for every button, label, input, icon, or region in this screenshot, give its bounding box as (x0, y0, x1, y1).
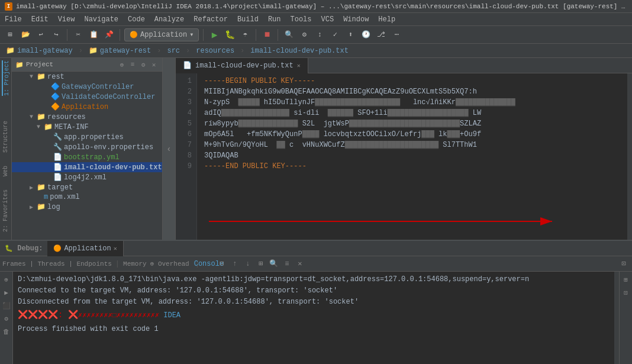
debug-right-icon-2[interactable]: ⊡ (621, 287, 631, 298)
code-line-6: mOp6A5l +fm5NKfWyQunP████ locvbqtxztOOCi… (204, 129, 620, 140)
debug-tool-1[interactable]: ⊡ (216, 258, 228, 270)
tree-icon-resources: 📁 (37, 112, 46, 121)
tree-label-target: target (47, 183, 73, 192)
debug-tool-4[interactable]: ⊞ (255, 258, 267, 270)
menu-refactor[interactable]: Refactor (189, 14, 233, 25)
code-line-2: MIIBIjANBgkqhkiG9w0BAQEFAAOCAQ8AMIIBCgKC… (204, 86, 620, 97)
breadcrumb-label-3: src (167, 47, 180, 55)
toolbar-btn-5[interactable]: ✂ (72, 28, 85, 41)
toolbar-btn-1[interactable]: ⊞ (4, 28, 17, 41)
debug-tab-application[interactable]: 🟠 Application ✕ (47, 241, 123, 256)
toolbar-btn-3[interactable]: ↩ (34, 28, 47, 41)
toolbar-btn-2[interactable]: 📂 (19, 28, 32, 41)
debug-console-tab[interactable]: Console (203, 258, 215, 270)
toolbar-btn-4[interactable]: ↪ (50, 28, 63, 41)
tree-item-gateway-ctrl[interactable]: 🔷 GatewayController (12, 82, 162, 92)
debug-side-icon-1[interactable]: ⊕ (1, 274, 12, 285)
tree-item-target[interactable]: ▶ 📁 target (12, 182, 162, 192)
breadcrumb-gateway-rest[interactable]: 📁 gateway-rest (83, 45, 157, 56)
debug-toolbar-label: Frames | Threads | Endpoints (2, 260, 112, 268)
editor-tab-active[interactable]: 📄 imall-cloud-dev-pub.txt ✕ (176, 58, 308, 73)
toolbar-more[interactable]: ⋯ (390, 28, 403, 41)
left-vertical-strip: 1: Project Structure Web 2: Favorites (0, 58, 12, 240)
tree-item-apollo-props[interactable]: 🔧 apollo-env.properties (12, 142, 162, 152)
toolbar: ⊞ 📂 ↩ ↪ ✂ 📋 📌 🟠 Application ▾ ▶ 🐛 ☂ ■ 🔍 … (0, 26, 632, 44)
tree-item-log4j2[interactable]: 📄 log4j2.xml (12, 172, 162, 182)
collapse-panel-button[interactable]: ‹ (163, 58, 176, 240)
menu-view[interactable]: View (53, 14, 80, 25)
toolbar-btn-6[interactable]: 📋 (87, 28, 100, 41)
content-area: 1: Project Structure Web 2: Favorites 📁 … (0, 58, 632, 240)
left-tab-favorites[interactable]: 2: Favorites (2, 189, 9, 232)
menu-file[interactable]: File (0, 14, 27, 25)
menu-vcs[interactable]: VCS (317, 14, 339, 25)
debug-tab-close[interactable]: ✕ (114, 245, 117, 252)
menu-tools[interactable]: Tools (286, 14, 317, 25)
debug-tab-app-label: Application (64, 244, 111, 253)
toolbar-push[interactable]: ⬆ (344, 28, 357, 41)
tree-item-validate-ctrl[interactable]: 🔷 ValidateCodeController (12, 92, 162, 102)
panel-tool-close[interactable]: ✕ (149, 60, 159, 69)
debug-tool-collapse[interactable]: ⊡ (618, 258, 630, 270)
menu-analyze[interactable]: Analyze (150, 14, 189, 25)
debug-button[interactable]: 🐛 (223, 28, 236, 41)
stop-button[interactable]: ■ (260, 28, 273, 41)
tab-close-button[interactable]: ✕ (297, 62, 301, 69)
menu-navigate[interactable]: Navigate (79, 14, 123, 25)
panel-tool-settings[interactable]: ⚙ (138, 60, 148, 69)
debug-scrollbar[interactable] (614, 272, 619, 364)
run-config-selector[interactable]: 🟠 Application ▾ (124, 28, 199, 41)
red-arrow-annotation: 需要读取的文件 (209, 204, 564, 240)
tree-item-app-props[interactable]: 🔧 app.properties (12, 132, 162, 142)
tree-arrow-target: ▶ (28, 184, 35, 191)
editor-scrollbar[interactable] (627, 73, 632, 240)
tree-item-meta-inf[interactable]: ▼ 📁 META-INF (12, 122, 162, 132)
debug-side-icon-2[interactable]: ▶ (1, 287, 12, 298)
run-config-dropdown-icon[interactable]: ▾ (189, 30, 194, 39)
toolbar-search[interactable]: 🔍 (282, 28, 295, 41)
toolbar-btn-7[interactable]: 📌 (102, 28, 115, 41)
tree-item-dev-pub[interactable]: 📄 imall-cloud-dev-pub.txt (12, 162, 162, 172)
debug-side-icon-3[interactable]: ⬛ (1, 300, 12, 311)
debug-tool-2[interactable]: ↑ (229, 258, 241, 270)
debug-side-icon-5[interactable]: 🗑 (1, 326, 12, 337)
tree-item-application[interactable]: 🔶 Application (12, 102, 162, 112)
left-tab-web[interactable]: Web (2, 166, 9, 176)
debug-tool-7[interactable]: ✕ (294, 258, 306, 270)
tree-item-log[interactable]: ▶ 📁 log (12, 202, 162, 212)
tree-arrow-resources: ▼ (28, 114, 35, 120)
breadcrumb-resources[interactable]: resources (190, 46, 240, 56)
panel-tool-sync[interactable]: ⊕ (117, 60, 127, 69)
run-button[interactable]: ▶ (208, 28, 221, 41)
debug-tool-5[interactable]: 🔍 (268, 258, 280, 270)
debug-right-icons: ⊞ ⊡ (619, 272, 632, 364)
menu-code[interactable]: Code (123, 14, 150, 25)
coverage-button[interactable]: ☂ (238, 28, 251, 41)
menu-run[interactable]: Run (263, 14, 286, 25)
tree-item-bootstrap[interactable]: 📄 bootstrap.yml (12, 152, 162, 162)
left-tab-project[interactable]: 1: Project (2, 60, 10, 96)
left-tab-structure[interactable]: Structure (2, 121, 9, 153)
menu-edit[interactable]: Edit (27, 14, 53, 25)
debug-tool-3[interactable]: ↓ (242, 258, 254, 270)
menu-help[interactable]: Help (373, 14, 400, 25)
tree-item-resources[interactable]: ▼ 📁 resources (12, 112, 162, 122)
debug-side-icon-4[interactable]: ⚙ (1, 313, 12, 324)
editor-text[interactable]: -----BEGIN PUBLIC KEY----- MIIBIjANBgkqh… (197, 73, 627, 240)
toolbar-history[interactable]: 🕐 (359, 28, 372, 41)
toolbar-branches[interactable]: ⎇ (375, 28, 388, 41)
toolbar-commit[interactable]: ✓ (328, 28, 341, 41)
code-line-7: M+9hTvGn/9QYoHL ██ c vHNuXWCufZ█████████… (204, 140, 620, 150)
menu-window[interactable]: Window (338, 14, 373, 25)
breadcrumb-file[interactable]: imall-cloud-dev-pub.txt (244, 46, 354, 56)
panel-tool-collapse[interactable]: ≡ (128, 60, 137, 69)
toolbar-settings[interactable]: ⚙ (298, 28, 311, 41)
tree-item-rest[interactable]: ▼ 📁 rest (12, 72, 162, 82)
breadcrumb-src[interactable]: src (161, 46, 186, 56)
debug-right-icon-1[interactable]: ⊞ (621, 274, 631, 285)
debug-tool-6[interactable]: ≡ (281, 258, 293, 270)
breadcrumb-imall-gateway[interactable]: 📁 imall-gateway (0, 45, 79, 56)
menu-build[interactable]: Build (233, 14, 263, 25)
toolbar-git[interactable]: ↕ (313, 28, 326, 41)
tree-item-pom[interactable]: m pom.xml (12, 192, 162, 202)
